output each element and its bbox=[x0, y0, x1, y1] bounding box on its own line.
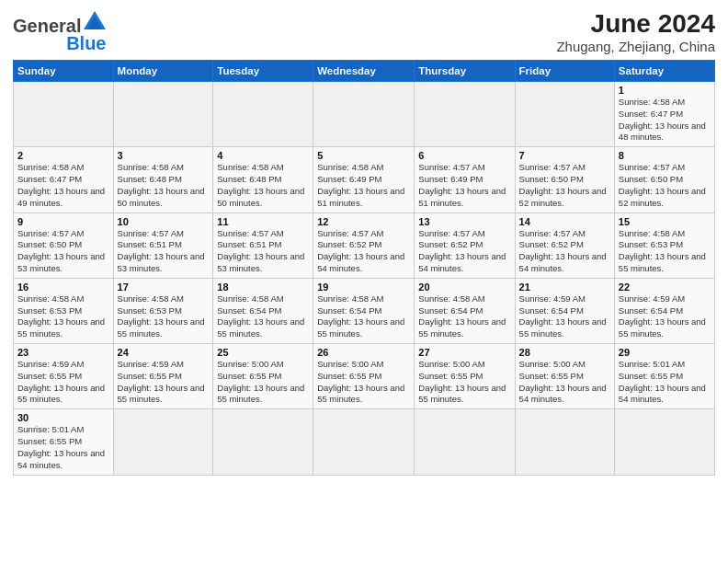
calendar-week-row: 30Sunrise: 5:01 AM Sunset: 6:55 PM Dayli… bbox=[14, 409, 715, 475]
table-row: 4Sunrise: 4:58 AM Sunset: 6:48 PM Daylig… bbox=[213, 147, 313, 213]
cell-day-info: Sunrise: 4:59 AM Sunset: 6:54 PM Dayligh… bbox=[619, 293, 711, 340]
table-row bbox=[213, 82, 313, 147]
cell-day-number: 25 bbox=[217, 347, 309, 358]
table-row: 1Sunrise: 4:58 AM Sunset: 6:47 PM Daylig… bbox=[614, 82, 714, 147]
col-sunday: Sunday bbox=[14, 61, 114, 82]
table-row: 25Sunrise: 5:00 AM Sunset: 6:55 PM Dayli… bbox=[213, 344, 313, 409]
cell-day-info: Sunrise: 4:58 AM Sunset: 6:49 PM Dayligh… bbox=[317, 162, 410, 209]
cell-day-info: Sunrise: 4:58 AM Sunset: 6:54 PM Dayligh… bbox=[217, 293, 309, 340]
table-row: 6Sunrise: 4:57 AM Sunset: 6:49 PM Daylig… bbox=[415, 147, 515, 213]
cell-day-number: 14 bbox=[519, 216, 610, 227]
cell-day-number: 15 bbox=[619, 216, 711, 227]
table-row: 13Sunrise: 4:57 AM Sunset: 6:52 PM Dayli… bbox=[415, 213, 515, 278]
cell-day-info: Sunrise: 4:58 AM Sunset: 6:53 PM Dayligh… bbox=[118, 293, 210, 340]
col-friday: Friday bbox=[515, 61, 614, 82]
cell-day-info: Sunrise: 4:57 AM Sunset: 6:50 PM Dayligh… bbox=[519, 162, 610, 209]
table-row: 17Sunrise: 4:58 AM Sunset: 6:53 PM Dayli… bbox=[113, 278, 213, 343]
table-row: 24Sunrise: 4:59 AM Sunset: 6:55 PM Dayli… bbox=[113, 344, 213, 409]
logo-triangle-icon bbox=[82, 9, 108, 35]
table-row: 11Sunrise: 4:57 AM Sunset: 6:51 PM Dayli… bbox=[213, 213, 313, 278]
header: General Blue June 2024 Zhugang, Zhejiang… bbox=[13, 9, 715, 54]
table-row: 15Sunrise: 4:58 AM Sunset: 6:53 PM Dayli… bbox=[614, 213, 714, 278]
calendar-body: 1Sunrise: 4:58 AM Sunset: 6:47 PM Daylig… bbox=[14, 82, 715, 476]
header-row: Sunday Monday Tuesday Wednesday Thursday… bbox=[14, 61, 715, 82]
cell-day-number: 22 bbox=[619, 282, 711, 293]
cell-day-info: Sunrise: 4:58 AM Sunset: 6:54 PM Dayligh… bbox=[418, 293, 510, 340]
cell-day-info: Sunrise: 4:57 AM Sunset: 6:51 PM Dayligh… bbox=[118, 228, 210, 275]
cell-day-number: 6 bbox=[418, 150, 510, 161]
table-row bbox=[415, 82, 515, 147]
cell-day-info: Sunrise: 4:59 AM Sunset: 6:54 PM Dayligh… bbox=[519, 293, 610, 340]
table-row: 8Sunrise: 4:57 AM Sunset: 6:50 PM Daylig… bbox=[614, 147, 714, 213]
table-row: 19Sunrise: 4:58 AM Sunset: 6:54 PM Dayli… bbox=[313, 278, 415, 343]
calendar-title: June 2024 bbox=[556, 9, 715, 39]
table-row: 21Sunrise: 4:59 AM Sunset: 6:54 PM Dayli… bbox=[515, 278, 614, 343]
calendar-week-row: 2Sunrise: 4:58 AM Sunset: 6:47 PM Daylig… bbox=[14, 147, 715, 213]
table-row: 26Sunrise: 5:00 AM Sunset: 6:55 PM Dayli… bbox=[313, 344, 415, 409]
table-row: 3Sunrise: 4:58 AM Sunset: 6:48 PM Daylig… bbox=[113, 147, 213, 213]
calendar-week-row: 9Sunrise: 4:57 AM Sunset: 6:50 PM Daylig… bbox=[14, 213, 715, 278]
col-tuesday: Tuesday bbox=[213, 61, 313, 82]
table-row: 10Sunrise: 4:57 AM Sunset: 6:51 PM Dayli… bbox=[113, 213, 213, 278]
cell-day-info: Sunrise: 4:58 AM Sunset: 6:48 PM Dayligh… bbox=[118, 162, 210, 209]
cell-day-number: 19 bbox=[317, 282, 410, 293]
calendar-week-row: 16Sunrise: 4:58 AM Sunset: 6:53 PM Dayli… bbox=[14, 278, 715, 343]
table-row bbox=[415, 409, 515, 475]
cell-day-info: Sunrise: 5:01 AM Sunset: 6:55 PM Dayligh… bbox=[17, 424, 109, 471]
cell-day-number: 12 bbox=[317, 216, 410, 227]
cell-day-number: 18 bbox=[217, 282, 309, 293]
table-row: 30Sunrise: 5:01 AM Sunset: 6:55 PM Dayli… bbox=[14, 409, 114, 475]
table-row: 7Sunrise: 4:57 AM Sunset: 6:50 PM Daylig… bbox=[515, 147, 614, 213]
cell-day-number: 13 bbox=[418, 216, 510, 227]
cell-day-number: 1 bbox=[619, 85, 711, 96]
cell-day-number: 20 bbox=[418, 282, 510, 293]
table-row bbox=[14, 82, 114, 147]
table-row: 5Sunrise: 4:58 AM Sunset: 6:49 PM Daylig… bbox=[313, 147, 415, 213]
table-row bbox=[113, 82, 213, 147]
cell-day-info: Sunrise: 5:01 AM Sunset: 6:55 PM Dayligh… bbox=[619, 359, 711, 406]
table-row: 2Sunrise: 4:58 AM Sunset: 6:47 PM Daylig… bbox=[14, 147, 114, 213]
cell-day-info: Sunrise: 5:00 AM Sunset: 6:55 PM Dayligh… bbox=[317, 359, 410, 406]
cell-day-info: Sunrise: 4:58 AM Sunset: 6:47 PM Dayligh… bbox=[17, 162, 109, 209]
cell-day-info: Sunrise: 4:57 AM Sunset: 6:50 PM Dayligh… bbox=[619, 162, 711, 209]
table-row: 27Sunrise: 5:00 AM Sunset: 6:55 PM Dayli… bbox=[415, 344, 515, 409]
cell-day-number: 24 bbox=[118, 347, 210, 358]
table-row: 16Sunrise: 4:58 AM Sunset: 6:53 PM Dayli… bbox=[14, 278, 114, 343]
cell-day-info: Sunrise: 4:58 AM Sunset: 6:54 PM Dayligh… bbox=[317, 293, 410, 340]
table-row bbox=[515, 82, 614, 147]
logo: General Blue bbox=[13, 9, 108, 54]
table-row bbox=[515, 409, 614, 475]
table-row bbox=[313, 409, 415, 475]
cell-day-info: Sunrise: 5:00 AM Sunset: 6:55 PM Dayligh… bbox=[519, 359, 610, 406]
cell-day-info: Sunrise: 4:57 AM Sunset: 6:52 PM Dayligh… bbox=[317, 228, 410, 275]
table-row: 23Sunrise: 4:59 AM Sunset: 6:55 PM Dayli… bbox=[14, 344, 114, 409]
cell-day-info: Sunrise: 4:57 AM Sunset: 6:52 PM Dayligh… bbox=[519, 228, 610, 275]
cell-day-number: 5 bbox=[317, 150, 410, 161]
table-row: 14Sunrise: 4:57 AM Sunset: 6:52 PM Dayli… bbox=[515, 213, 614, 278]
cell-day-number: 3 bbox=[118, 150, 210, 161]
table-row: 12Sunrise: 4:57 AM Sunset: 6:52 PM Dayli… bbox=[313, 213, 415, 278]
cell-day-number: 9 bbox=[17, 216, 109, 227]
cell-day-number: 8 bbox=[619, 150, 711, 161]
table-row: 20Sunrise: 4:58 AM Sunset: 6:54 PM Dayli… bbox=[415, 278, 515, 343]
cell-day-info: Sunrise: 4:58 AM Sunset: 6:53 PM Dayligh… bbox=[619, 228, 711, 275]
table-row bbox=[113, 409, 213, 475]
cell-day-info: Sunrise: 4:58 AM Sunset: 6:48 PM Dayligh… bbox=[217, 162, 309, 209]
cell-day-number: 29 bbox=[619, 347, 711, 358]
table-row: 28Sunrise: 5:00 AM Sunset: 6:55 PM Dayli… bbox=[515, 344, 614, 409]
calendar-header: Sunday Monday Tuesday Wednesday Thursday… bbox=[14, 61, 715, 82]
calendar-week-row: 1Sunrise: 4:58 AM Sunset: 6:47 PM Daylig… bbox=[14, 82, 715, 147]
cell-day-number: 28 bbox=[519, 347, 610, 358]
cell-day-number: 21 bbox=[519, 282, 610, 293]
cell-day-number: 26 bbox=[317, 347, 410, 358]
table-row bbox=[313, 82, 415, 147]
cell-day-number: 10 bbox=[118, 216, 210, 227]
cell-day-number: 17 bbox=[118, 282, 210, 293]
table-row: 18Sunrise: 4:58 AM Sunset: 6:54 PM Dayli… bbox=[213, 278, 313, 343]
calendar-table: Sunday Monday Tuesday Wednesday Thursday… bbox=[13, 60, 715, 476]
table-row: 29Sunrise: 5:01 AM Sunset: 6:55 PM Dayli… bbox=[614, 344, 714, 409]
col-saturday: Saturday bbox=[614, 61, 714, 82]
col-thursday: Thursday bbox=[415, 61, 515, 82]
cell-day-number: 2 bbox=[17, 150, 109, 161]
col-monday: Monday bbox=[113, 61, 213, 82]
